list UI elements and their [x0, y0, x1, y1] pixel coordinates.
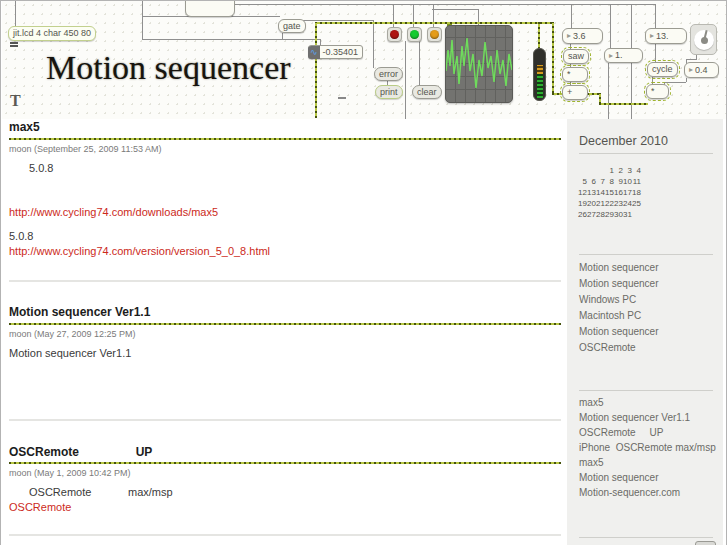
- calendar-day: 3: [623, 165, 632, 176]
- patch-wire: [610, 4, 611, 49]
- sidebar-link-recent[interactable]: Motion sequencer: [579, 472, 716, 487]
- sidebar-link-recent[interactable]: max5: [579, 457, 716, 472]
- orange-led-button: [427, 27, 442, 42]
- calendar-day: 19: [578, 198, 587, 209]
- number-box-13: 13.: [645, 28, 687, 44]
- multiply-object-2: *: [646, 84, 669, 99]
- plus-object: +: [562, 85, 588, 100]
- signal-number-box: ∿ -0.35401: [308, 45, 363, 59]
- calendar-body: 1234567891011121314151617181920212223242…: [578, 165, 641, 220]
- sidebar-link-recent[interactable]: max5: [579, 397, 716, 412]
- sidebar-divider: [579, 153, 713, 154]
- post-link[interactable]: http://www.cycling74.com/downloads/max5: [9, 206, 218, 218]
- jit-lcd-object: jit.lcd 4 char 450 80: [8, 26, 96, 41]
- comment-dash: [338, 97, 346, 99]
- post-meta: moon (September 25, 2009 11:53 AM): [9, 144, 161, 154]
- green-led-button: [407, 27, 422, 42]
- post-link[interactable]: OSCRemote: [9, 501, 71, 513]
- sidebar-divider: [579, 254, 713, 255]
- calendar-day: 5: [578, 176, 587, 187]
- clear-message-box: clear: [412, 85, 442, 99]
- post-body-line: OSCRemote max/msp: [29, 486, 173, 498]
- outlet-tick: [10, 45, 18, 47]
- calendar-day: 18: [632, 187, 641, 198]
- page-title: Motion sequencer: [46, 49, 291, 87]
- calendar-day: 17: [623, 187, 632, 198]
- patch-wire: [15, 1, 16, 27]
- patch-wire: [142, 39, 320, 40]
- calendar-day: 22: [605, 198, 614, 209]
- patch-wire: [696, 55, 697, 60]
- outlet-tick: [10, 42, 18, 44]
- calendar-day: 16: [614, 187, 623, 198]
- post-title: Motion sequencer Ver1.1: [9, 305, 150, 319]
- sidebar-link-category[interactable]: Windows PC: [579, 294, 659, 310]
- number-box-36: 3.6: [562, 28, 603, 44]
- calendar-day: 23: [614, 198, 623, 209]
- toggle-object: T: [10, 92, 21, 110]
- calendar-day: 1: [605, 165, 614, 176]
- calendar-day: [587, 165, 596, 176]
- error-message-box: error: [374, 67, 403, 81]
- sidebar-divider: [579, 390, 713, 391]
- post-separator: [9, 462, 561, 464]
- patch-wire: [686, 59, 696, 60]
- post-separator: [9, 323, 561, 325]
- patch-wire: [282, 33, 283, 39]
- patch-wire: [655, 4, 656, 29]
- patch-wire: [664, 82, 686, 83]
- calendar-day: 7: [596, 176, 605, 187]
- meter-green-segments: [537, 74, 543, 98]
- sidebar-link-category[interactable]: Motion sequencer: [579, 326, 659, 342]
- post-link[interactable]: http://www.cycling74.com/version/version…: [9, 245, 270, 257]
- dial-ring: [694, 30, 714, 50]
- calendar-day: 2: [614, 165, 623, 176]
- sidebar-link-recent[interactable]: Motion sequencer Ver1.1: [579, 412, 716, 427]
- calendar-day: 26: [578, 209, 587, 220]
- patch-cord: [538, 22, 540, 49]
- patch-wire: [608, 63, 609, 119]
- sidebar-link-category[interactable]: Motion sequencer: [579, 262, 659, 278]
- calendar-day: 12: [578, 187, 587, 198]
- patch-banner: jit.lcd 4 char 450 80 gate ∿ -0.35401 er…: [2, 1, 727, 119]
- sidebar-link-recent[interactable]: iPhone OSCRemote max/msp: [579, 442, 716, 457]
- sidebar-link-category[interactable]: Macintosh PC: [579, 310, 659, 326]
- red-led-light: [390, 30, 399, 39]
- dial-knob: [690, 24, 717, 55]
- number-box-04: 0.4: [684, 62, 719, 78]
- patch-wire: [655, 43, 656, 63]
- sidebar-link-recent[interactable]: Motion-sequencer.com: [579, 487, 716, 502]
- object-box-partial: [185, 1, 235, 17]
- post-separator: [9, 138, 561, 140]
- dial-hub: [701, 37, 708, 44]
- number-box-1: 1.: [604, 48, 643, 63]
- signal-value: -0.35401: [323, 48, 359, 57]
- calendar-day: 11: [632, 176, 641, 187]
- calendar-day: 8: [605, 176, 614, 187]
- calendar-day: 4: [632, 165, 641, 176]
- calendar-day: 6: [587, 176, 596, 187]
- patch-cord: [552, 22, 554, 93]
- patch-cord: [315, 22, 317, 118]
- patch-wire: [571, 4, 572, 29]
- calendar-day: 28: [596, 209, 605, 220]
- calendar-day: 21: [596, 198, 605, 209]
- sidebar-link-category[interactable]: OSCRemote: [579, 342, 659, 358]
- cycle-object: cycle: [647, 62, 678, 77]
- calendar-day: 30: [614, 209, 623, 220]
- saw-object: saw: [563, 49, 589, 64]
- category-list: Motion sequencerMotion sequencerWindows …: [579, 262, 659, 358]
- sidebar-link-category[interactable]: Motion sequencer: [579, 278, 659, 294]
- calendar-day: [596, 165, 605, 176]
- calendar-day: 24: [623, 198, 632, 209]
- calendar-day: 15: [605, 187, 614, 198]
- post-divider: [9, 419, 561, 421]
- sidebar-link-recent[interactable]: OSCRemote UP: [579, 427, 716, 442]
- sidebar-submit-button[interactable]: [695, 541, 716, 545]
- post-divider: [9, 280, 561, 282]
- patch-wire: [232, 4, 655, 5]
- calendar-day: 9: [614, 176, 623, 187]
- gate-object: gate: [278, 19, 306, 33]
- post-body-line: Motion sequencer Ver1.1: [9, 347, 131, 359]
- patch-wire: [142, 1, 143, 39]
